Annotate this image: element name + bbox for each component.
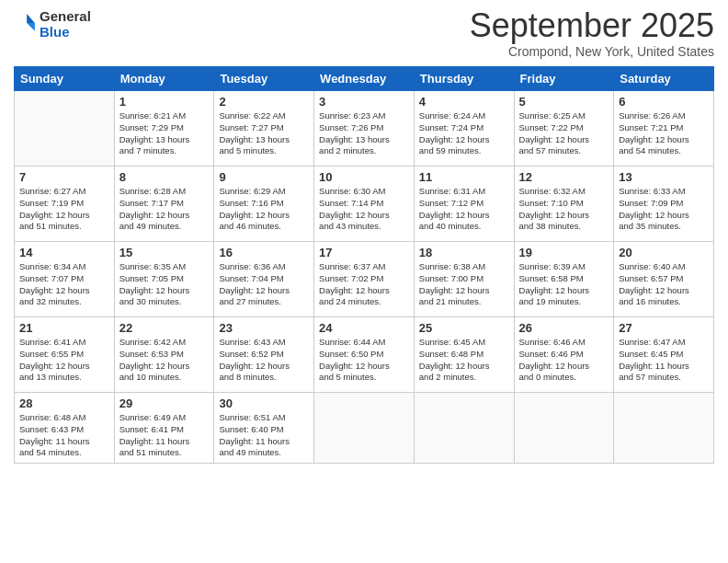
cell-info: Sunrise: 6:43 AMSunset: 6:52 PMDaylight:… xyxy=(219,337,309,384)
cell-info: Sunrise: 6:29 AMSunset: 7:16 PMDaylight:… xyxy=(219,186,309,233)
svg-marker-1 xyxy=(27,23,35,31)
title-area: September 2025 Crompond, New York, Unite… xyxy=(470,9,714,59)
calendar-cell: 20Sunrise: 6:40 AMSunset: 6:57 PMDayligh… xyxy=(614,242,714,317)
month-title: September 2025 xyxy=(470,9,714,42)
header: General Blue September 2025 Crompond, Ne… xyxy=(14,9,714,59)
calendar-cell: 23Sunrise: 6:43 AMSunset: 6:52 PMDayligh… xyxy=(214,317,314,393)
calendar: Sunday Monday Tuesday Wednesday Thursday… xyxy=(14,66,714,464)
calendar-week-3: 14Sunrise: 6:34 AMSunset: 7:07 PMDayligh… xyxy=(15,242,714,317)
calendar-cell: 16Sunrise: 6:36 AMSunset: 7:04 PMDayligh… xyxy=(214,242,314,317)
calendar-cell: 11Sunrise: 6:31 AMSunset: 7:12 PMDayligh… xyxy=(414,167,514,242)
day-number: 30 xyxy=(219,396,309,410)
cell-info: Sunrise: 6:39 AMSunset: 6:58 PMDaylight:… xyxy=(519,261,609,308)
day-number: 1 xyxy=(119,95,210,109)
day-number: 17 xyxy=(319,246,409,259)
cell-info: Sunrise: 6:45 AMSunset: 6:48 PMDaylight:… xyxy=(419,337,509,384)
cell-info: Sunrise: 6:30 AMSunset: 7:14 PMDaylight:… xyxy=(319,186,409,233)
location: Crompond, New York, United States xyxy=(470,44,714,59)
calendar-cell: 27Sunrise: 6:47 AMSunset: 6:45 PMDayligh… xyxy=(614,317,714,393)
calendar-cell: 4Sunrise: 6:24 AMSunset: 7:24 PMDaylight… xyxy=(414,91,514,167)
day-number: 12 xyxy=(519,170,609,184)
day-number: 21 xyxy=(19,321,109,335)
col-header-monday: Monday xyxy=(114,67,214,91)
calendar-cell: 9Sunrise: 6:29 AMSunset: 7:16 PMDaylight… xyxy=(214,167,314,242)
calendar-cell: 18Sunrise: 6:38 AMSunset: 7:00 PMDayligh… xyxy=(414,242,514,317)
day-number: 14 xyxy=(19,246,109,259)
cell-info: Sunrise: 6:33 AMSunset: 7:09 PMDaylight:… xyxy=(619,186,709,233)
page: General Blue September 2025 Crompond, Ne… xyxy=(0,0,728,563)
calendar-cell: 19Sunrise: 6:39 AMSunset: 6:58 PMDayligh… xyxy=(514,242,614,317)
cell-info: Sunrise: 6:42 AMSunset: 6:53 PMDaylight:… xyxy=(119,337,210,384)
calendar-cell: 10Sunrise: 6:30 AMSunset: 7:14 PMDayligh… xyxy=(314,167,415,242)
day-number: 24 xyxy=(319,321,409,335)
col-header-tuesday: Tuesday xyxy=(214,67,314,91)
cell-info: Sunrise: 6:25 AMSunset: 7:22 PMDaylight:… xyxy=(519,110,609,157)
calendar-cell: 6Sunrise: 6:26 AMSunset: 7:21 PMDaylight… xyxy=(614,91,714,167)
calendar-week-4: 21Sunrise: 6:41 AMSunset: 6:55 PMDayligh… xyxy=(15,317,714,393)
calendar-cell: 17Sunrise: 6:37 AMSunset: 7:02 PMDayligh… xyxy=(314,242,415,317)
cell-info: Sunrise: 6:46 AMSunset: 6:46 PMDaylight:… xyxy=(519,337,609,384)
logo-icon xyxy=(16,13,36,33)
day-number: 29 xyxy=(119,396,210,410)
cell-info: Sunrise: 6:28 AMSunset: 7:17 PMDaylight:… xyxy=(119,186,210,233)
cell-info: Sunrise: 6:22 AMSunset: 7:27 PMDaylight:… xyxy=(219,110,309,157)
cell-info: Sunrise: 6:26 AMSunset: 7:21 PMDaylight:… xyxy=(619,110,709,157)
day-number: 25 xyxy=(419,321,509,335)
logo-area: General Blue xyxy=(14,9,91,40)
calendar-cell: 1Sunrise: 6:21 AMSunset: 7:29 PMDaylight… xyxy=(114,91,214,167)
col-header-friday: Friday xyxy=(514,67,614,91)
calendar-cell xyxy=(15,91,115,167)
day-number: 18 xyxy=(419,246,509,259)
day-number: 16 xyxy=(219,246,309,259)
day-number: 4 xyxy=(419,95,509,109)
col-header-wednesday: Wednesday xyxy=(314,67,415,91)
calendar-cell xyxy=(414,393,514,464)
cell-info: Sunrise: 6:37 AMSunset: 7:02 PMDaylight:… xyxy=(319,261,409,308)
col-header-thursday: Thursday xyxy=(414,67,514,91)
day-number: 19 xyxy=(519,246,609,259)
cell-info: Sunrise: 6:40 AMSunset: 6:57 PMDaylight:… xyxy=(619,261,709,308)
logo xyxy=(14,13,36,37)
day-number: 9 xyxy=(219,170,309,184)
calendar-week-5: 28Sunrise: 6:48 AMSunset: 6:43 PMDayligh… xyxy=(15,393,714,464)
day-number: 22 xyxy=(119,321,210,335)
cell-info: Sunrise: 6:36 AMSunset: 7:04 PMDaylight:… xyxy=(219,261,309,308)
cell-info: Sunrise: 6:49 AMSunset: 6:41 PMDaylight:… xyxy=(119,412,210,459)
col-header-saturday: Saturday xyxy=(614,67,714,91)
cell-info: Sunrise: 6:38 AMSunset: 7:00 PMDaylight:… xyxy=(419,261,509,308)
calendar-cell: 24Sunrise: 6:44 AMSunset: 6:50 PMDayligh… xyxy=(314,317,415,393)
col-header-sunday: Sunday xyxy=(15,67,115,91)
cell-info: Sunrise: 6:24 AMSunset: 7:24 PMDaylight:… xyxy=(419,110,509,157)
calendar-cell: 30Sunrise: 6:51 AMSunset: 6:40 PMDayligh… xyxy=(214,393,314,464)
logo-general: General xyxy=(40,9,91,25)
day-number: 8 xyxy=(119,170,210,184)
day-number: 20 xyxy=(619,246,709,259)
calendar-body: 1Sunrise: 6:21 AMSunset: 7:29 PMDaylight… xyxy=(15,91,714,464)
calendar-cell: 26Sunrise: 6:46 AMSunset: 6:46 PMDayligh… xyxy=(514,317,614,393)
day-number: 3 xyxy=(319,95,409,109)
calendar-cell xyxy=(614,393,714,464)
day-number: 28 xyxy=(19,396,109,410)
cell-info: Sunrise: 6:27 AMSunset: 7:19 PMDaylight:… xyxy=(19,186,109,233)
calendar-cell: 3Sunrise: 6:23 AMSunset: 7:26 PMDaylight… xyxy=(314,91,415,167)
day-number: 10 xyxy=(319,170,409,184)
logo-blue: Blue xyxy=(40,25,91,40)
cell-info: Sunrise: 6:35 AMSunset: 7:05 PMDaylight:… xyxy=(119,261,210,308)
calendar-cell: 13Sunrise: 6:33 AMSunset: 7:09 PMDayligh… xyxy=(614,167,714,242)
cell-info: Sunrise: 6:34 AMSunset: 7:07 PMDaylight:… xyxy=(19,261,109,308)
calendar-cell xyxy=(314,393,415,464)
calendar-cell: 29Sunrise: 6:49 AMSunset: 6:41 PMDayligh… xyxy=(114,393,214,464)
calendar-header-row: Sunday Monday Tuesday Wednesday Thursday… xyxy=(15,67,714,91)
calendar-cell: 14Sunrise: 6:34 AMSunset: 7:07 PMDayligh… xyxy=(15,242,115,317)
day-number: 7 xyxy=(19,170,109,184)
day-number: 5 xyxy=(519,95,609,109)
calendar-cell: 2Sunrise: 6:22 AMSunset: 7:27 PMDaylight… xyxy=(214,91,314,167)
day-number: 23 xyxy=(219,321,309,335)
calendar-cell: 25Sunrise: 6:45 AMSunset: 6:48 PMDayligh… xyxy=(414,317,514,393)
calendar-cell: 12Sunrise: 6:32 AMSunset: 7:10 PMDayligh… xyxy=(514,167,614,242)
cell-info: Sunrise: 6:41 AMSunset: 6:55 PMDaylight:… xyxy=(19,337,109,384)
cell-info: Sunrise: 6:32 AMSunset: 7:10 PMDaylight:… xyxy=(519,186,609,233)
calendar-week-2: 7Sunrise: 6:27 AMSunset: 7:19 PMDaylight… xyxy=(15,167,714,242)
cell-info: Sunrise: 6:44 AMSunset: 6:50 PMDaylight:… xyxy=(319,337,409,384)
cell-info: Sunrise: 6:21 AMSunset: 7:29 PMDaylight:… xyxy=(119,110,210,157)
